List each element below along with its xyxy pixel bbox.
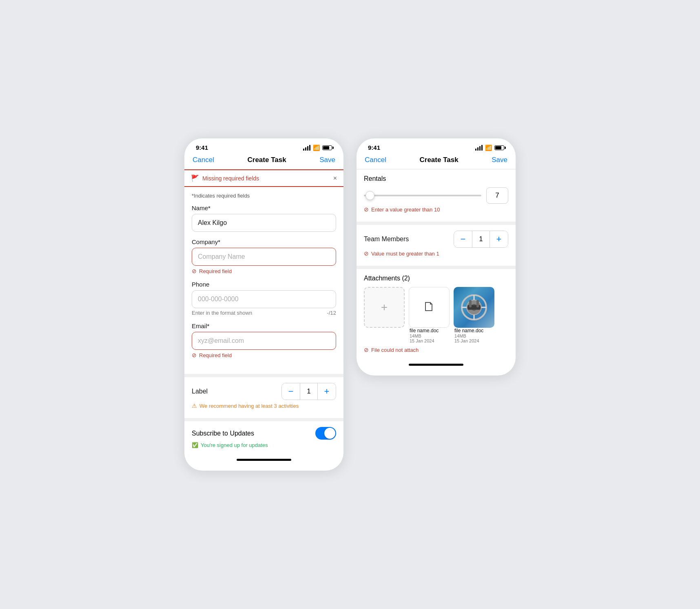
close-icon[interactable]: × — [333, 175, 337, 182]
status-icons-right: 📶 — [475, 144, 504, 151]
nav-bar-right: Cancel Create Task Save — [357, 154, 516, 169]
page-title-right: Create Task — [420, 156, 459, 164]
attachment-image-2[interactable] — [454, 287, 494, 328]
company-field-group: Company* ⊘ Required field — [192, 238, 336, 274]
email-error: ⊘ Required field — [192, 352, 336, 358]
cancel-button-left[interactable]: Cancel — [193, 156, 214, 164]
attachment-error-text: File could not attach — [371, 347, 419, 353]
email-field-group: Email* ⊘ Required field — [192, 322, 336, 358]
divider-right-2 — [357, 266, 516, 269]
email-error-text: Required field — [199, 352, 232, 358]
save-button-left[interactable]: Save — [319, 156, 335, 164]
stepper-control: − 1 + — [281, 383, 336, 400]
team-value: 1 — [472, 231, 490, 247]
team-label: Team Members — [364, 236, 409, 243]
home-indicator-right — [357, 359, 516, 367]
toggle-section: Subscribe to Updates ✅ You're signed up … — [184, 421, 343, 454]
attachment-filename-2: file name.doc — [454, 328, 494, 333]
phone-hint-text: Enter in the format shown — [192, 310, 252, 316]
status-time-left: 9:41 — [196, 144, 208, 151]
rentals-error-text: Enter a value greater than 10 — [371, 207, 440, 213]
company-error: ⊘ Required field — [192, 268, 336, 274]
signal-icon-right — [475, 145, 483, 151]
team-error-text: Value must be greater than 1 — [371, 251, 439, 257]
svg-rect-8 — [469, 300, 472, 307]
home-bar-right — [409, 364, 463, 366]
email-label: Email* — [192, 322, 336, 329]
company-label: Company* — [192, 238, 336, 245]
flag-icon: 🚩 — [191, 174, 199, 182]
name-field-group: Name* — [192, 204, 336, 232]
warning-triangle-icon: ⚠ — [192, 402, 197, 409]
toggle-row: Subscribe to Updates — [192, 427, 336, 440]
team-stepper-control: − 1 + — [454, 231, 508, 248]
stepper-plus-button[interactable]: + — [318, 383, 336, 400]
team-minus-button[interactable]: − — [454, 231, 472, 247]
toggle-knob — [324, 428, 335, 439]
attachment-date-2: 15 Jan 2024 — [454, 338, 494, 343]
required-note: *Indicates required fields — [192, 193, 336, 199]
attachment-info-2: file name.doc 14MB 15 Jan 2024 — [454, 328, 494, 343]
slider-row: 7 — [364, 187, 508, 204]
attachment-date-1: 15 Jan 2024 — [410, 338, 449, 343]
cancel-button-right[interactable]: Cancel — [365, 156, 386, 164]
home-bar — [237, 459, 291, 461]
wifi-icon: 📶 — [313, 144, 320, 151]
battery-icon — [322, 145, 332, 150]
battery-icon-right — [494, 145, 504, 150]
status-icons-left: 📶 — [303, 144, 332, 151]
name-label: Name* — [192, 204, 336, 211]
stepper-row: Label − 1 + — [192, 383, 336, 400]
company-error-text: Required field — [199, 268, 232, 274]
phone-limit: -/12 — [327, 310, 336, 316]
attachments-grid: + 🗋 file name.doc 14MB 15 Jan 2024 — [364, 287, 508, 343]
email-input[interactable] — [192, 332, 336, 350]
attachment-file-2: file name.doc 14MB 15 Jan 2024 — [454, 287, 494, 343]
error-circle-icon-2: ⊘ — [192, 352, 197, 358]
add-attachment-button[interactable]: + — [364, 287, 405, 328]
team-members-section: Team Members − 1 + ⊘ Value must be great… — [357, 225, 516, 262]
attachment-size-2: 14MB — [454, 333, 494, 338]
slider-value: 7 — [486, 187, 508, 204]
phone-field-group: Phone Enter in the format shown -/12 — [192, 281, 336, 316]
signal-icon — [303, 145, 310, 151]
error-circle-attachment: ⊘ — [364, 347, 369, 353]
phone-input[interactable] — [192, 290, 336, 308]
attachments-section: Attachments (2) + 🗋 file name.doc 14MB 1… — [357, 269, 516, 359]
rentals-section: Rentals 7 ⊘ Enter a value greater than 1… — [357, 169, 516, 218]
stepper-minus-button[interactable]: − — [282, 383, 300, 400]
attachment-filename-1: file name.doc — [410, 328, 449, 333]
attachment-file-icon-box-1[interactable]: 🗋 — [409, 287, 450, 328]
rentals-label: Rentals — [364, 175, 508, 182]
team-stepper-row: Team Members − 1 + — [364, 231, 508, 248]
phone-label: Phone — [192, 281, 336, 288]
toggle-label: Subscribe to Updates — [192, 430, 254, 437]
team-plus-button[interactable]: + — [490, 231, 508, 247]
nav-bar-left: Cancel Create Task Save — [184, 154, 343, 169]
phone-left: 9:41 📶 Cancel Create Task Save — [184, 138, 343, 471]
attachment-file-1: 🗋 file name.doc 14MB 15 Jan 2024 — [409, 287, 450, 343]
status-bar-right: 9:41 📶 — [357, 138, 516, 154]
name-input[interactable] — [192, 214, 336, 232]
divider-2 — [184, 418, 343, 421]
error-banner-text: Missing required fields — [202, 175, 259, 182]
svg-rect-9 — [476, 300, 479, 307]
checkmark-icon: ✅ — [192, 442, 198, 448]
slider-track[interactable] — [364, 195, 481, 196]
stepper-section: Label − 1 + ⚠ We recommend having at lea… — [184, 377, 343, 415]
add-icon: + — [381, 301, 388, 314]
divider-1 — [184, 374, 343, 377]
company-input[interactable] — [192, 248, 336, 266]
slider-thumb[interactable] — [366, 191, 374, 200]
error-banner: 🚩 Missing required fields × — [184, 169, 343, 187]
error-banner-content: 🚩 Missing required fields — [191, 174, 259, 182]
divider-right-1 — [357, 222, 516, 225]
attachment-info-1: file name.doc 14MB 15 Jan 2024 — [409, 328, 450, 343]
phone-right: 9:41 📶 Cancel Create Task Save — [357, 138, 516, 376]
attachment-error: ⊘ File could not attach — [364, 347, 508, 353]
stepper-value: 1 — [300, 383, 318, 400]
toggle-success: ✅ You're signed up for updates — [192, 442, 336, 448]
toggle-success-text: You're signed up for updates — [201, 442, 268, 448]
subscribe-toggle[interactable] — [315, 427, 336, 440]
save-button-right[interactable]: Save — [492, 156, 507, 164]
